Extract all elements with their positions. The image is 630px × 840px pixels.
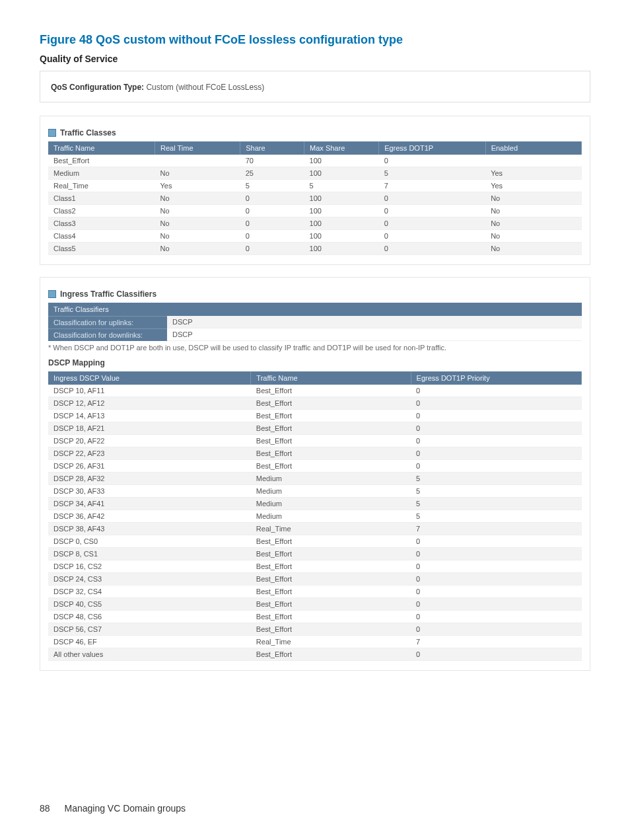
traffic-classes-title: Traffic Classes bbox=[48, 128, 582, 137]
table-cell: 0 bbox=[240, 243, 304, 255]
table-row: DSCP 48, CS6Best_Effort0 bbox=[48, 611, 582, 623]
table-cell: 0 bbox=[379, 243, 486, 255]
ingress-classifiers-title: Ingress Traffic Classifiers bbox=[48, 289, 582, 299]
table-cell: 0 bbox=[240, 205, 304, 217]
table-cell: 5 bbox=[411, 498, 581, 510]
table-cell bbox=[485, 155, 581, 167]
traffic-classifiers-header: Traffic Classifiers bbox=[48, 303, 582, 316]
table-cell: DSCP 18, AF21 bbox=[48, 422, 251, 435]
table-cell: 0 bbox=[411, 548, 581, 560]
table-cell: 0 bbox=[411, 397, 581, 410]
table-cell: Class4 bbox=[48, 230, 155, 243]
table-cell: DSCP 20, AF22 bbox=[48, 435, 251, 447]
table-cell: Class3 bbox=[48, 217, 155, 230]
table-row: DSCP 38, AF43Real_Time7 bbox=[48, 523, 582, 535]
table-cell: 100 bbox=[304, 205, 379, 217]
table-row: DSCP 10, AF11Best_Effort0 bbox=[48, 385, 582, 397]
table-cell: No bbox=[155, 205, 240, 217]
table-cell: 0 bbox=[240, 217, 304, 230]
table-row: DSCP 26, AF31Best_Effort0 bbox=[48, 460, 582, 473]
page-number: 88 bbox=[40, 803, 50, 814]
table-cell: DSCP 0, CS0 bbox=[48, 535, 251, 548]
table-cell: No bbox=[485, 230, 581, 243]
table-cell: DSCP 48, CS6 bbox=[48, 611, 251, 623]
table-cell: DSCP 38, AF43 bbox=[48, 523, 251, 535]
table-cell: Yes bbox=[485, 180, 581, 192]
table-cell: 7 bbox=[379, 180, 486, 192]
table-cell: DSCP 14, AF13 bbox=[48, 410, 251, 422]
table-header: Egress DOT1P Priority bbox=[411, 371, 581, 385]
table-cell: Medium bbox=[251, 498, 411, 510]
table-row: DSCP 36, AF42Medium5 bbox=[48, 510, 582, 523]
table-cell: Best_Effort bbox=[48, 155, 155, 167]
table-header: Enabled bbox=[485, 141, 581, 155]
collapse-icon[interactable] bbox=[48, 290, 56, 298]
table-cell: 5 bbox=[304, 180, 379, 192]
uplinks-value: DSCP bbox=[167, 316, 582, 328]
table-cell: DSCP 28, AF32 bbox=[48, 473, 251, 485]
table-cell: No bbox=[155, 230, 240, 243]
table-row: Best_Effort701000 bbox=[48, 155, 582, 167]
table-cell: 0 bbox=[240, 192, 304, 205]
config-type-value: Custom (without FCoE LossLess) bbox=[146, 83, 264, 92]
table-cell: No bbox=[155, 192, 240, 205]
table-header: Egress DOT1P bbox=[379, 141, 486, 155]
classifier-footnote: * When DSCP and DOT1P are both in use, D… bbox=[48, 344, 582, 352]
table-cell: Real_Time bbox=[251, 523, 411, 535]
table-header: Ingress DSCP Value bbox=[48, 371, 251, 385]
table-cell: 0 bbox=[411, 385, 581, 397]
table-cell: Best_Effort bbox=[251, 611, 411, 623]
collapse-icon[interactable] bbox=[48, 129, 56, 137]
table-cell: 100 bbox=[304, 217, 379, 230]
table-row: Real_TimeYes557Yes bbox=[48, 180, 582, 192]
table-row: DSCP 56, CS7Best_Effort0 bbox=[48, 623, 582, 636]
table-cell: 0 bbox=[411, 410, 581, 422]
table-cell: No bbox=[155, 167, 240, 180]
table-cell: 5 bbox=[240, 180, 304, 192]
table-cell: 0 bbox=[411, 648, 581, 661]
table-cell: 0 bbox=[411, 573, 581, 586]
table-cell: 7 bbox=[411, 636, 581, 648]
table-header: Real Time bbox=[155, 141, 240, 155]
table-cell: 0 bbox=[379, 192, 486, 205]
table-cell: 100 bbox=[304, 155, 379, 167]
table-header: Max Share bbox=[304, 141, 379, 155]
ingress-classifiers-section: Ingress Traffic Classifiers Traffic Clas… bbox=[40, 277, 590, 671]
table-cell: Best_Effort bbox=[251, 598, 411, 611]
table-cell: DSCP 40, CS5 bbox=[48, 598, 251, 611]
table-row: MediumNo251005Yes bbox=[48, 167, 582, 180]
traffic-classes-table: Traffic NameReal TimeShareMax ShareEgres… bbox=[48, 141, 582, 255]
table-cell: Best_Effort bbox=[251, 535, 411, 548]
table-row: DSCP 32, CS4Best_Effort0 bbox=[48, 586, 582, 598]
table-cell: Best_Effort bbox=[251, 397, 411, 410]
table-cell: 25 bbox=[240, 167, 304, 180]
table-cell: Best_Effort bbox=[251, 435, 411, 447]
table-cell: 0 bbox=[411, 535, 581, 548]
table-cell: 5 bbox=[411, 485, 581, 498]
table-cell: 100 bbox=[304, 167, 379, 180]
table-cell: Best_Effort bbox=[251, 573, 411, 586]
table-cell: Best_Effort bbox=[251, 410, 411, 422]
table-cell: DSCP 22, AF23 bbox=[48, 447, 251, 460]
table-cell: Best_Effort bbox=[251, 548, 411, 560]
table-cell: Best_Effort bbox=[251, 460, 411, 473]
table-cell: 0 bbox=[379, 205, 486, 217]
table-cell: Best_Effort bbox=[251, 648, 411, 661]
table-row: DSCP 40, CS5Best_Effort0 bbox=[48, 598, 582, 611]
table-cell: 70 bbox=[240, 155, 304, 167]
table-row: DSCP 12, AF12Best_Effort0 bbox=[48, 397, 582, 410]
figure-caption: Figure 48 QoS custom without FCoE lossle… bbox=[40, 33, 590, 47]
downlinks-label: Classification for downlinks: bbox=[48, 328, 167, 341]
table-row: Class1No01000No bbox=[48, 192, 582, 205]
table-cell: DSCP 16, CS2 bbox=[48, 560, 251, 573]
uplinks-label: Classification for uplinks: bbox=[48, 316, 167, 328]
dscp-mapping-title: DSCP Mapping bbox=[48, 358, 582, 367]
table-cell: DSCP 24, CS3 bbox=[48, 573, 251, 586]
table-cell: Best_Effort bbox=[251, 623, 411, 636]
table-cell: 0 bbox=[379, 155, 486, 167]
table-cell: 0 bbox=[411, 422, 581, 435]
table-header: Traffic Name bbox=[251, 371, 411, 385]
table-row: DSCP 24, CS3Best_Effort0 bbox=[48, 573, 582, 586]
table-cell: DSCP 12, AF12 bbox=[48, 397, 251, 410]
table-cell: Best_Effort bbox=[251, 422, 411, 435]
